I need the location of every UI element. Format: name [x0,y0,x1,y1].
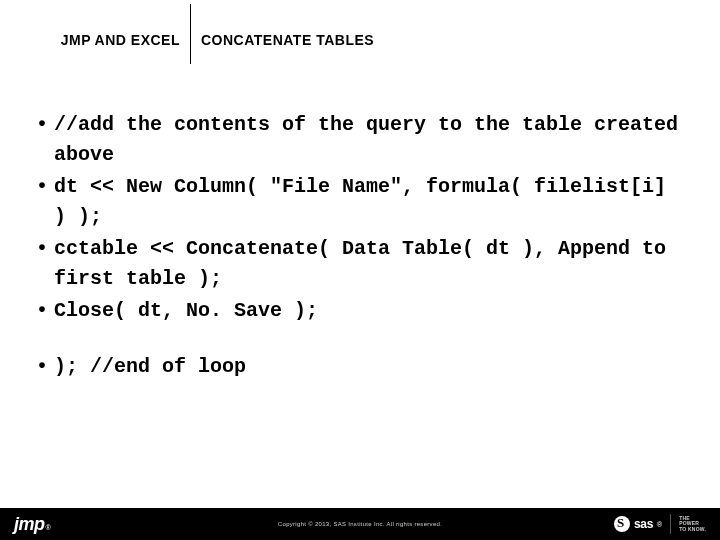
tptk-line: TO KNOW. [679,527,706,533]
slide-content: //add the contents of the query to the t… [34,110,686,384]
sas-logo-icon: sas ® [614,516,662,532]
bullet-item: dt << New Column( "File Name", formula( … [34,172,686,232]
bullet-item: //add the contents of the query to the t… [34,110,686,170]
footer-right: sas ® THE POWER TO KNOW. [614,514,720,534]
slide-footer: jmp ® Copyright © 2013, SAS Institute In… [0,508,720,540]
sas-s-icon [614,516,630,532]
copyright-text: Copyright © 2013, SAS Institute Inc. All… [278,521,442,527]
header-left: JMP AND EXCEL [0,32,190,48]
power-to-know: THE POWER TO KNOW. [679,516,706,533]
slide-header: JMP AND EXCEL CONCATENATE TABLES [0,32,720,64]
sas-text: sas [634,517,653,531]
bullet-item: cctable << Concatenate( Data Table( dt )… [34,234,686,294]
jmp-logo-icon: jmp [14,514,45,535]
bullet-list-secondary: ); //end of loop [34,352,686,382]
slide: JMP AND EXCEL CONCATENATE TABLES //add t… [0,0,720,540]
footer-divider [670,514,671,534]
footer-left: jmp ® [0,514,51,535]
header-right: CONCATENATE TABLES [191,32,374,48]
bullet-item: Close( dt, No. Save ); [34,296,686,326]
bullet-list-main: //add the contents of the query to the t… [34,110,686,326]
bullet-item: ); //end of loop [34,352,686,382]
registered-mark: ® [46,524,51,531]
registered-mark: ® [657,521,662,528]
